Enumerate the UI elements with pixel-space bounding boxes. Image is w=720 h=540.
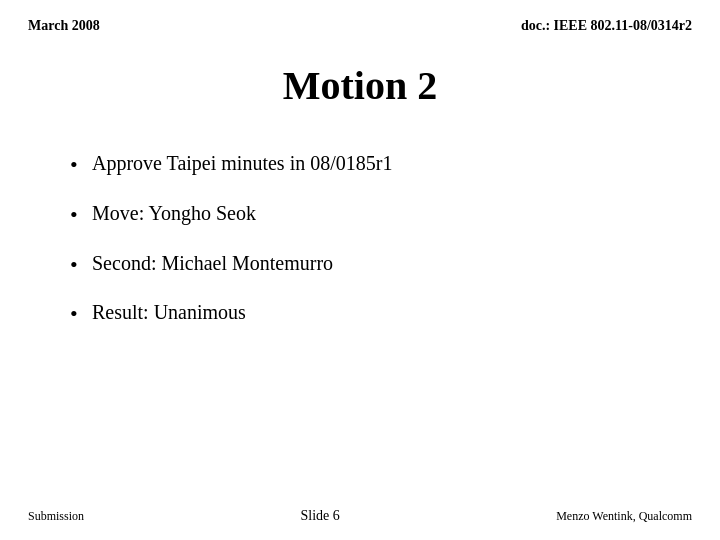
- footer-slide-number: Slide 6: [84, 508, 556, 524]
- bullet-text: Result: Unanimous: [92, 298, 246, 326]
- header-doc-id: doc.: IEEE 802.11-08/0314r2: [521, 18, 692, 34]
- bullet-icon: •: [70, 250, 92, 281]
- slide-title: Motion 2: [0, 62, 720, 109]
- bullet-text: Move: Yongho Seok: [92, 199, 256, 227]
- footer-author: Menzo Wentink, Qualcomm: [556, 509, 692, 524]
- list-item: • Result: Unanimous: [70, 298, 650, 330]
- slide-footer: Submission Slide 6 Menzo Wentink, Qualco…: [0, 508, 720, 524]
- list-item: • Move: Yongho Seok: [70, 199, 650, 231]
- slide: March 2008 doc.: IEEE 802.11-08/0314r2 M…: [0, 0, 720, 540]
- bullet-list: • Approve Taipei minutes in 08/0185r1 • …: [70, 149, 650, 330]
- bullet-text: Approve Taipei minutes in 08/0185r1: [92, 149, 392, 177]
- header-date: March 2008: [28, 18, 100, 34]
- list-item: • Second: Michael Montemurro: [70, 249, 650, 281]
- list-item: • Approve Taipei minutes in 08/0185r1: [70, 149, 650, 181]
- bullet-icon: •: [70, 299, 92, 330]
- footer-submission: Submission: [28, 509, 84, 524]
- title-area: Motion 2: [0, 62, 720, 109]
- bullet-icon: •: [70, 150, 92, 181]
- bullet-text: Second: Michael Montemurro: [92, 249, 333, 277]
- slide-header: March 2008 doc.: IEEE 802.11-08/0314r2: [0, 0, 720, 34]
- content-area: • Approve Taipei minutes in 08/0185r1 • …: [0, 149, 720, 330]
- bullet-icon: •: [70, 200, 92, 231]
